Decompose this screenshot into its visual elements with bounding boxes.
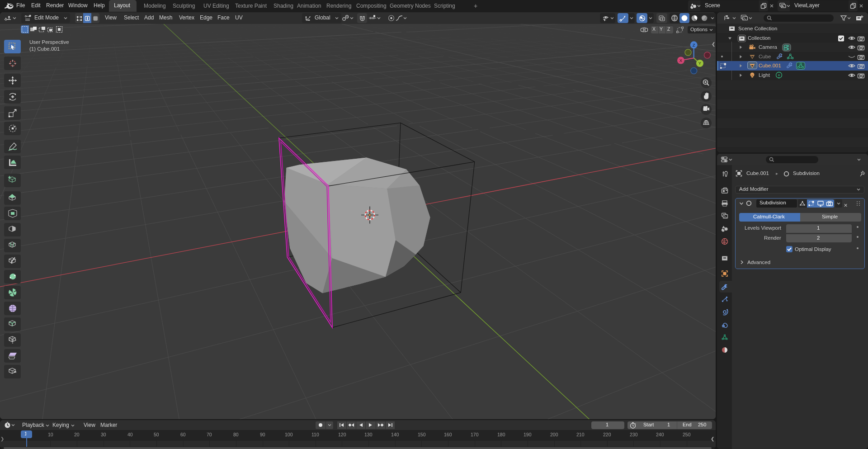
svg-text:Render: Render bbox=[46, 2, 64, 9]
svg-text:(1) Cube.001: (1) Cube.001 bbox=[29, 46, 60, 52]
svg-text:30: 30 bbox=[101, 432, 106, 437]
svg-text:Sculpting: Sculpting bbox=[173, 3, 195, 9]
svg-text:Advanced: Advanced bbox=[747, 260, 770, 265]
svg-text:Layout: Layout bbox=[114, 2, 131, 9]
svg-text:Z: Z bbox=[667, 27, 670, 32]
svg-text:Camera: Camera bbox=[759, 44, 778, 50]
svg-text:Marker: Marker bbox=[100, 422, 117, 428]
svg-text:X: X bbox=[652, 27, 656, 32]
svg-text:160: 160 bbox=[444, 432, 452, 437]
svg-text:150: 150 bbox=[418, 432, 426, 437]
svg-text:80: 80 bbox=[233, 432, 239, 437]
svg-text:10: 10 bbox=[48, 432, 53, 437]
svg-text:Start: Start bbox=[643, 422, 654, 427]
svg-text:1: 1 bbox=[667, 422, 670, 427]
svg-text:Add Modifier: Add Modifier bbox=[739, 186, 769, 192]
svg-text:70: 70 bbox=[207, 432, 212, 437]
svg-text:110: 110 bbox=[311, 432, 319, 437]
svg-text:2: 2 bbox=[817, 235, 820, 241]
svg-text:Playback: Playback bbox=[22, 422, 45, 428]
svg-text:Compositing: Compositing bbox=[356, 3, 387, 9]
svg-text:Subdivision: Subdivision bbox=[760, 200, 786, 205]
svg-text:Y: Y bbox=[698, 61, 702, 66]
svg-text:UV Editing: UV Editing bbox=[203, 3, 229, 9]
svg-text:240: 240 bbox=[656, 432, 664, 437]
svg-text:Scene Collection: Scene Collection bbox=[738, 26, 777, 31]
svg-text:ViewLayer: ViewLayer bbox=[794, 2, 820, 9]
svg-text:230: 230 bbox=[630, 432, 638, 437]
svg-text:❯: ❯ bbox=[0, 436, 4, 442]
svg-text:Geometry Nodes: Geometry Nodes bbox=[390, 3, 431, 9]
svg-text:180: 180 bbox=[497, 432, 505, 437]
svg-text:+: + bbox=[474, 2, 477, 9]
svg-text:Edit: Edit bbox=[31, 2, 41, 9]
svg-text:Help: Help bbox=[94, 2, 105, 9]
svg-text:Cube: Cube bbox=[759, 54, 771, 59]
svg-text:Catmull-Clark: Catmull-Clark bbox=[753, 214, 785, 219]
svg-text:250: 250 bbox=[683, 432, 691, 437]
svg-text:File: File bbox=[16, 2, 25, 9]
svg-text:Subdivision: Subdivision bbox=[793, 170, 820, 176]
svg-text:Keying: Keying bbox=[52, 422, 69, 428]
svg-text:90: 90 bbox=[260, 432, 265, 437]
svg-text:170: 170 bbox=[471, 432, 479, 437]
svg-text:250: 250 bbox=[698, 422, 706, 427]
svg-text:Cube.001: Cube.001 bbox=[746, 170, 769, 176]
svg-text:Cube.001: Cube.001 bbox=[759, 63, 781, 68]
svg-text:❮: ❮ bbox=[711, 436, 714, 442]
svg-text:Window: Window bbox=[68, 2, 88, 9]
svg-text:Scripting: Scripting bbox=[434, 3, 455, 9]
svg-text:User Perspective: User Perspective bbox=[29, 39, 69, 45]
svg-text:60: 60 bbox=[180, 432, 186, 437]
svg-text:40: 40 bbox=[127, 432, 133, 437]
svg-text:Collection: Collection bbox=[748, 35, 771, 41]
svg-text:1: 1 bbox=[606, 422, 609, 427]
svg-text:100: 100 bbox=[285, 432, 293, 437]
svg-text:20: 20 bbox=[74, 432, 80, 437]
svg-text:Render: Render bbox=[764, 235, 781, 241]
svg-text:Options: Options bbox=[690, 27, 708, 32]
svg-text:Modeling: Modeling bbox=[144, 3, 166, 9]
svg-text:Texture Paint: Texture Paint bbox=[235, 3, 267, 9]
svg-text:200: 200 bbox=[550, 432, 558, 437]
svg-text:Levels Viewport: Levels Viewport bbox=[745, 225, 782, 231]
svg-text:Z: Z bbox=[693, 43, 695, 47]
svg-text:Scene: Scene bbox=[705, 2, 720, 9]
svg-text:1: 1 bbox=[817, 225, 820, 231]
svg-text:Optimal Display: Optimal Display bbox=[795, 246, 831, 252]
svg-text:140: 140 bbox=[391, 432, 399, 437]
svg-text:120: 120 bbox=[338, 432, 346, 437]
svg-text:Simple: Simple bbox=[822, 214, 838, 219]
svg-text:190: 190 bbox=[524, 432, 532, 437]
svg-text:220: 220 bbox=[603, 432, 611, 437]
svg-text:▸: ▸ bbox=[776, 171, 778, 176]
svg-text:Animation: Animation bbox=[297, 3, 321, 9]
svg-text:130: 130 bbox=[364, 432, 373, 437]
svg-text:50: 50 bbox=[154, 432, 159, 437]
svg-text:End: End bbox=[683, 422, 692, 427]
svg-text:Rendering: Rendering bbox=[326, 3, 351, 9]
svg-text:Shading: Shading bbox=[274, 3, 293, 9]
svg-text:Light: Light bbox=[759, 72, 770, 78]
svg-text:Y: Y bbox=[660, 27, 663, 32]
svg-text:View: View bbox=[84, 422, 95, 428]
svg-text:210: 210 bbox=[576, 432, 585, 437]
svg-text:X: X bbox=[679, 58, 683, 63]
